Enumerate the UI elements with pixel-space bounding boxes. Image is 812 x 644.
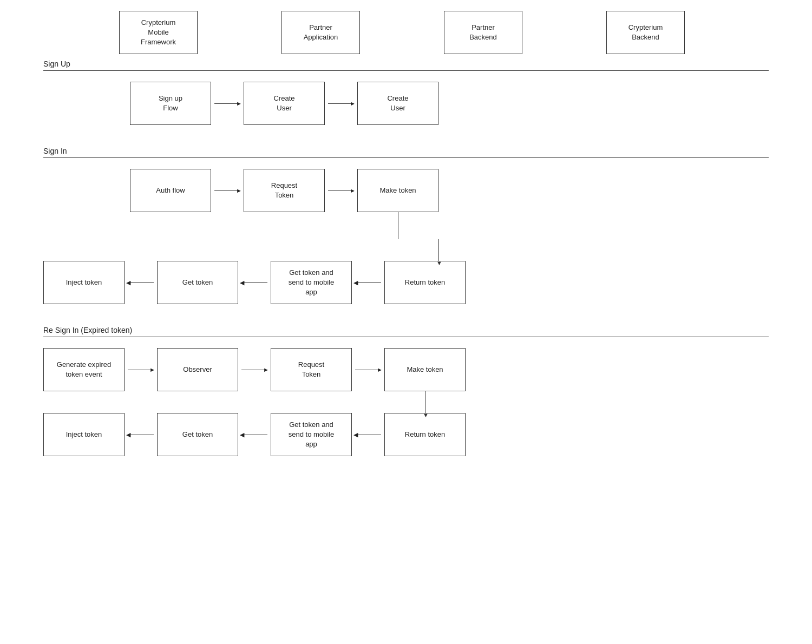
resignin-section: Re Sign In (Expired token) Generate expi… — [43, 326, 769, 456]
actor-crypterium-mobile-framework: CrypteriumMobileFramework — [119, 11, 198, 54]
signin-make-token: Make token — [357, 169, 438, 212]
signin-auth-flow: Auth flow — [130, 169, 211, 212]
signin-get-token: Get token — [157, 261, 238, 304]
resignin-row2: Inject token ◀ Get token ◀ Get token and… — [43, 413, 769, 456]
resignin-row1: Generate expiredtoken event ► Observer ►… — [43, 348, 769, 391]
resignin-label: Re Sign In (Expired token) — [43, 326, 769, 337]
resignin-observer: Observer — [157, 348, 238, 391]
actor-partner-backend: PartnerBackend — [444, 11, 522, 54]
signin-row2: Inject token ◀ Get token ◀ Get token and… — [43, 261, 769, 304]
actors-row: CrypteriumMobileFramework PartnerApplica… — [119, 11, 769, 54]
diagram-container: CrypteriumMobileFramework PartnerApplica… — [0, 0, 812, 478]
resignin-return-token: Return token — [384, 413, 466, 456]
signin-get-token-send: Get token andsend to mobileapp — [271, 261, 352, 304]
signin-inject-token: Inject token — [43, 261, 125, 304]
signin-return-token: Return token — [384, 261, 466, 304]
actor-crypterium-backend: CrypteriumBackend — [606, 11, 685, 54]
signup-row: Sign upFlow ► CreateUser ► CreateUser — [130, 82, 769, 125]
signin-label: Sign In — [43, 147, 769, 158]
signup-label: Sign Up — [43, 60, 769, 71]
resignin-generate-expired: Generate expiredtoken event — [43, 348, 125, 391]
signup-create-user-1: CreateUser — [244, 82, 325, 125]
signin-section: Sign In Auth flow ► RequestToken ► Make … — [43, 147, 769, 320]
resignin-inject-token: Inject token — [43, 413, 125, 456]
actor-partner-application: PartnerApplication — [281, 11, 360, 54]
resignin-get-token-send: Get token andsend to mobileapp — [271, 413, 352, 456]
signup-section: Sign Up Sign upFlow ► CreateUser ► Creat… — [43, 60, 769, 141]
resignin-make-token: Make token — [384, 348, 466, 391]
signup-create-user-2: CreateUser — [357, 82, 438, 125]
signin-vert-connector — [43, 212, 769, 239]
resignin-get-token: Get token — [157, 413, 238, 456]
resignin-request-token: RequestToken — [271, 348, 352, 391]
signin-request-token: RequestToken — [244, 169, 325, 212]
signup-flow-box: Sign upFlow — [130, 82, 211, 125]
signin-row1: Auth flow ► RequestToken ► Make token — [130, 169, 769, 212]
